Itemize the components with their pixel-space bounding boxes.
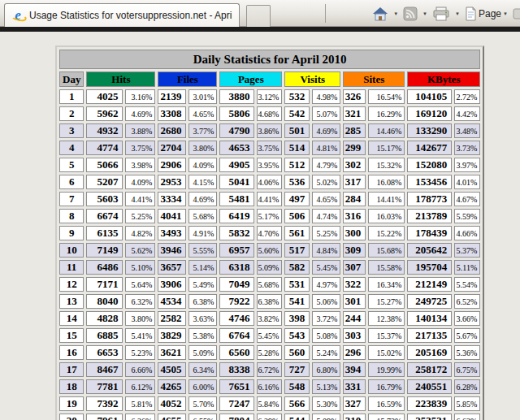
browser-tab-bar: e Usage Statistics for votersuppression.… xyxy=(0,0,520,27)
percent-cell: 5.09% xyxy=(188,345,217,360)
percent-cell: 4.15% xyxy=(188,175,217,189)
percent-cell: 5.25% xyxy=(312,226,340,240)
value-cell: 3621 xyxy=(158,345,186,360)
day-cell: 13 xyxy=(59,294,84,309)
table-row: 1164865.10%36575.14%63185.09%5825.45%307… xyxy=(59,260,480,275)
value-cell: 3493 xyxy=(158,226,186,240)
percent-cell: 6.66% xyxy=(125,362,155,377)
value-cell: 7651 xyxy=(219,379,254,394)
percent-cell: 4.91% xyxy=(188,226,217,240)
percent-cell: 6.72% xyxy=(257,362,282,377)
percent-cell: 3.63% xyxy=(188,311,217,326)
percent-cell: 5.30% xyxy=(312,396,340,411)
percent-cell: 4.66% xyxy=(454,226,480,240)
percent-cell: 6.26% xyxy=(125,414,155,420)
home-dropdown-arrow[interactable]: ▼ xyxy=(393,11,398,16)
value-cell: 223839 xyxy=(407,396,452,411)
web-page-content: Daily Statistics for April 2010 Day Hits… xyxy=(0,32,520,420)
percent-cell: 3.97% xyxy=(454,158,480,172)
percent-cell: 5.38% xyxy=(188,328,217,343)
value-cell: 316 xyxy=(343,209,366,223)
value-cell: 152080 xyxy=(407,158,452,172)
value-cell: 310 xyxy=(343,414,366,420)
column-header-files: Files xyxy=(158,71,217,87)
percent-cell: 16.03% xyxy=(368,209,405,223)
percent-cell: 5.68% xyxy=(257,277,282,292)
day-cell: 1 xyxy=(59,89,84,104)
print-dropdown-arrow[interactable]: ▼ xyxy=(455,11,460,16)
value-cell: 321 xyxy=(343,106,366,121)
percent-cell: 3.01% xyxy=(188,89,217,104)
column-header-hits: Hits xyxy=(86,71,155,87)
value-cell: 2953 xyxy=(158,175,186,189)
value-cell: 7149 xyxy=(86,243,123,258)
page-button-label: Page xyxy=(479,8,501,19)
day-cell: 6 xyxy=(59,175,84,189)
value-cell: 4534 xyxy=(158,294,186,309)
table-row: 1448283.80%25823.63%47463.82%3983.72%244… xyxy=(59,311,480,326)
feed-button[interactable] xyxy=(401,5,420,23)
value-cell: 531 xyxy=(284,277,310,292)
percent-cell: 6.16% xyxy=(257,379,282,394)
day-cell: 5 xyxy=(59,158,84,172)
value-cell: 8467 xyxy=(86,362,123,377)
table-row: 961354.82%34934.91%58324.70%5615.25%3001… xyxy=(59,226,480,240)
value-cell: 4932 xyxy=(86,123,123,138)
value-cell: 284 xyxy=(343,192,366,206)
print-button[interactable] xyxy=(430,5,453,23)
percent-cell: 4.84% xyxy=(312,243,340,258)
value-cell: 7392 xyxy=(86,396,123,411)
percent-cell: 5.54% xyxy=(454,277,480,292)
value-cell: 727 xyxy=(284,362,310,377)
value-cell: 301 xyxy=(343,294,366,309)
value-cell: 195704 xyxy=(407,260,452,275)
percent-cell: 15.73% xyxy=(368,414,405,420)
value-cell: 6653 xyxy=(86,345,123,360)
browser-tab-active[interactable]: e Usage Statistics for votersuppression.… xyxy=(4,3,240,27)
percent-cell: 5.67% xyxy=(454,328,480,343)
percent-cell: 4.09% xyxy=(125,175,155,189)
percent-cell: 5.08% xyxy=(312,328,340,343)
day-cell: 9 xyxy=(59,226,84,240)
value-cell: 4746 xyxy=(219,311,254,326)
percent-cell: 4.65% xyxy=(188,106,217,121)
new-tab-button[interactable] xyxy=(246,5,271,27)
table-row: 1271715.64%39065.49%70495.68%5314.97%322… xyxy=(59,277,480,292)
percent-cell: 6.52% xyxy=(454,294,480,309)
percent-cell: 5.28% xyxy=(257,345,282,360)
percent-cell: 4.67% xyxy=(454,192,480,206)
percent-cell: 6.75% xyxy=(454,362,480,377)
print-icon xyxy=(432,6,450,21)
percent-cell: 5.13% xyxy=(312,379,340,394)
column-header-visits: Visits xyxy=(284,71,340,87)
page-button[interactable]: Page ▼ xyxy=(462,5,510,23)
value-cell: 212149 xyxy=(407,277,452,292)
percent-cell: 16.79% xyxy=(368,379,405,394)
value-cell: 178773 xyxy=(407,192,452,206)
percent-cell: 3.77% xyxy=(188,123,217,138)
tools-icon[interactable] xyxy=(513,6,520,21)
percent-cell: 5.62% xyxy=(125,243,155,258)
value-cell: 3308 xyxy=(158,106,186,121)
percent-cell: 4.69% xyxy=(188,192,217,206)
percent-cell: 5.17% xyxy=(257,209,282,223)
percent-cell: 5.09% xyxy=(257,260,282,275)
ie-logo-icon: e xyxy=(11,9,24,22)
value-cell: 317 xyxy=(343,175,366,189)
percent-cell: 6.28% xyxy=(454,379,480,394)
feed-dropdown-arrow[interactable]: ▼ xyxy=(422,11,427,16)
percent-cell: 12.38% xyxy=(368,311,405,326)
value-cell: 561 xyxy=(284,226,310,240)
percent-cell: 5.14% xyxy=(188,260,217,275)
value-cell: 5832 xyxy=(219,226,254,240)
value-cell: 506 xyxy=(284,209,310,223)
percent-cell: 4.98% xyxy=(312,89,340,104)
value-cell: 5962 xyxy=(86,106,123,121)
value-cell: 4790 xyxy=(219,123,254,138)
percent-cell: 4.65% xyxy=(312,192,340,206)
percent-cell: 5.02% xyxy=(312,175,340,189)
day-cell: 12 xyxy=(59,277,84,292)
value-cell: 2680 xyxy=(158,123,186,138)
percent-cell: 15.68% xyxy=(368,243,405,258)
home-button[interactable] xyxy=(370,5,391,23)
